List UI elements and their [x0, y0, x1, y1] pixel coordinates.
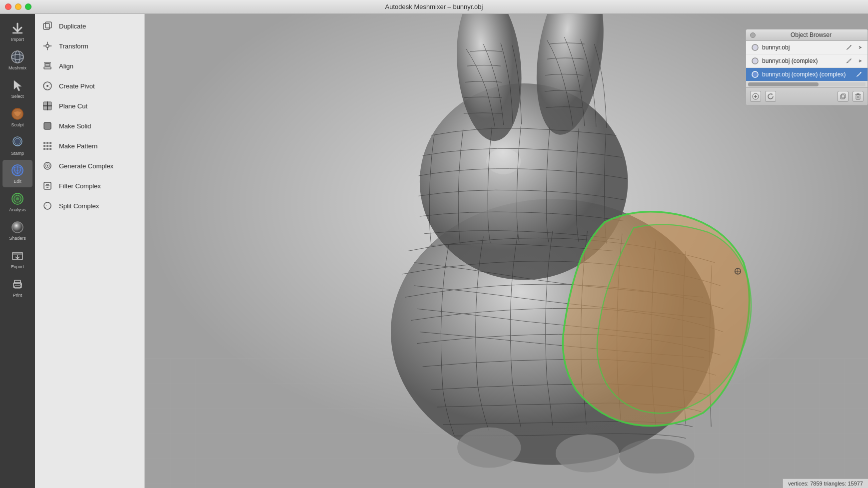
import-label: Import [11, 37, 24, 42]
svg-rect-39 [47, 102, 51, 106]
minimize-button[interactable] [15, 3, 21, 10]
sidebar-item-sculpt[interactable]: Sculpt [2, 103, 32, 131]
sidebar-item-export[interactable]: Export [2, 245, 32, 273]
print-label: Print [13, 293, 22, 298]
object-browser-title: Object Browser [759, 31, 864, 38]
menu-item-generate-complex[interactable]: Generate Complex [35, 156, 144, 176]
make-pattern-label: Make Pattern [59, 142, 97, 150]
object-browser: Object Browser bunnyr.obj [746, 29, 868, 105]
sidebar-item-analysis[interactable]: Analysis [2, 188, 32, 216]
status-text: vertices: 7859 triangles: 15977 [788, 481, 863, 487]
svg-point-28 [46, 44, 49, 47]
ob-item-arrow-icon-2 [858, 57, 863, 64]
ob-add-icon [752, 93, 759, 100]
make-solid-icon [42, 120, 53, 131]
titlebar: Autodesk Meshmixer – bunnyr.obj [0, 0, 868, 14]
ob-item-bunnyr[interactable]: bunnyr.obj [746, 41, 868, 54]
svg-rect-44 [44, 122, 51, 129]
close-button[interactable] [5, 3, 11, 10]
svg-rect-40 [43, 106, 47, 110]
generate-complex-icon [42, 160, 53, 171]
ob-add-button[interactable] [750, 91, 761, 102]
sidebar-item-shaders[interactable]: Shaders [2, 217, 32, 244]
status-bar: vertices: 7859 triangles: 15977 [783, 479, 868, 488]
menu-item-duplicate[interactable]: Duplicate [35, 16, 144, 36]
svg-rect-52 [46, 148, 48, 150]
ob-item-label-3: bunnyr.obj (complex) (complex) [762, 71, 846, 78]
sidebar-item-meshmix[interactable]: Meshmix [2, 46, 32, 74]
select-icon [10, 78, 25, 93]
ob-item-edit-icon-2 [846, 57, 853, 64]
svg-rect-48 [43, 145, 45, 147]
ob-item-bunnyr-complex-complex[interactable]: bunnyr.obj (complex) (complex) [746, 68, 868, 81]
sidebar-item-edit[interactable]: Edit [2, 160, 32, 187]
svg-rect-41 [47, 106, 51, 110]
maximize-button[interactable] [25, 3, 31, 10]
ob-refresh-icon [767, 93, 774, 100]
create-pivot-label: Create Pivot [59, 82, 95, 90]
svg-marker-8 [14, 80, 21, 91]
svg-rect-51 [43, 148, 45, 150]
menu-item-transform[interactable]: Transform [35, 36, 144, 56]
svg-rect-34 [45, 64, 50, 66]
ob-close-button[interactable] [750, 32, 756, 38]
tool-sidebar: Import Meshmix Select [0, 14, 35, 488]
ob-copy-button[interactable] [838, 91, 849, 102]
svg-point-7 [11, 51, 23, 63]
split-complex-label: Split Complex [59, 202, 99, 210]
shaders-label: Shaders [9, 236, 26, 241]
menu-item-make-solid[interactable]: Make Solid [35, 116, 144, 136]
ob-refresh-button[interactable] [765, 91, 776, 102]
menu-item-plane-cut[interactable]: Plane Cut [35, 96, 144, 116]
ob-delete-icon [855, 93, 862, 100]
svg-rect-27 [45, 22, 51, 28]
sidebar-item-select[interactable]: Select [2, 75, 32, 102]
svg-marker-32 [47, 49, 48, 50]
ob-delete-button[interactable] [853, 91, 864, 102]
viewport[interactable]: Object Browser bunnyr.obj [145, 14, 868, 488]
ob-item-edit-icon [846, 44, 853, 51]
menu-item-split-complex[interactable]: Split Complex [35, 196, 144, 216]
object-browser-titlebar: Object Browser [746, 29, 868, 41]
transform-label: Transform [59, 42, 88, 50]
sidebar-item-print[interactable]: Print [2, 274, 32, 301]
split-complex-icon [42, 200, 53, 211]
svg-point-68 [457, 427, 521, 468]
svg-point-69 [556, 434, 619, 472]
ob-copy-icon [840, 93, 847, 100]
svg-marker-31 [47, 41, 48, 42]
svg-point-56 [47, 165, 48, 167]
menu-item-filter-complex[interactable]: Filter Complex [35, 176, 144, 196]
ob-item-label-2: bunnyr.obj (complex) [762, 57, 818, 64]
svg-rect-23 [14, 280, 20, 284]
edit-panel: Duplicate Transform [35, 14, 145, 488]
ob-scrollbar-thumb[interactable] [748, 82, 819, 86]
print-icon [10, 277, 25, 292]
window-title: Autodesk Meshmixer – bunnyr.obj [385, 3, 483, 10]
plane-cut-label: Plane Cut [59, 102, 87, 110]
svg-rect-53 [49, 148, 51, 150]
export-icon [10, 248, 25, 263]
menu-item-align[interactable]: Align [35, 56, 144, 76]
svg-marker-29 [43, 45, 44, 46]
object-browser-footer [746, 87, 868, 105]
ob-item-bunnyr-complex[interactable]: bunnyr.obj (complex) [746, 54, 868, 68]
menu-item-create-pivot[interactable]: Create Pivot [35, 76, 144, 96]
svg-point-71 [486, 149, 521, 174]
sidebar-item-import[interactable]: Import [2, 18, 32, 45]
align-label: Align [59, 62, 73, 70]
ob-scrollbar[interactable] [748, 82, 866, 86]
ob-item-icon-2 [751, 57, 759, 65]
svg-rect-46 [46, 142, 48, 144]
meshmix-icon [10, 49, 25, 64]
menu-item-make-pattern[interactable]: Make Pattern [35, 136, 144, 156]
svg-rect-81 [842, 94, 846, 98]
analysis-label: Analysis [9, 208, 26, 213]
svg-point-17 [16, 197, 19, 200]
object-browser-list: bunnyr.obj bunnyr.obj (complex) [746, 41, 868, 81]
create-pivot-icon [42, 80, 53, 91]
duplicate-label: Duplicate [59, 22, 86, 30]
svg-marker-30 [51, 45, 52, 46]
sidebar-item-stamp[interactable]: Stamp [2, 132, 32, 159]
transform-icon [42, 40, 53, 51]
